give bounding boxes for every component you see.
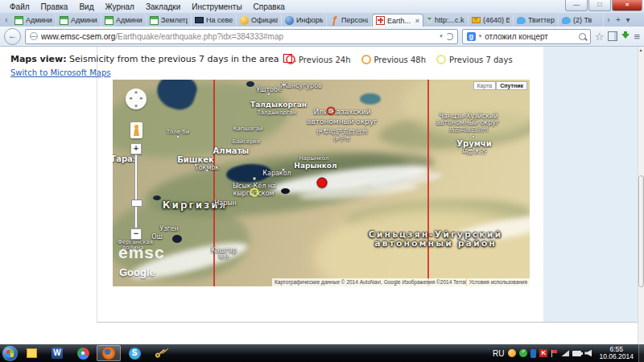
browser-tab[interactable]: Информ... [282, 14, 327, 27]
zoom-slider-track[interactable] [134, 154, 138, 228]
network-tray-icon[interactable] [561, 350, 569, 356]
bookmarks-panel-icon[interactable] [608, 31, 617, 41]
orange-f-favicon [330, 16, 339, 25]
flag-tray-icon[interactable] [551, 349, 558, 358]
list-all-tabs-icon[interactable]: ▾ [623, 14, 633, 27]
zoom-in-button[interactable]: + [130, 143, 142, 154]
firefox-taskbar-button[interactable] [97, 345, 121, 361]
switch-to-microsoft-maps-link[interactable]: Switch to Microsoft Maps [10, 68, 110, 77]
page-scrollbar[interactable]: ▲ [638, 47, 644, 344]
bookmark-star-icon[interactable]: ☆ [595, 29, 605, 44]
zoom-slider-handle[interactable] [131, 200, 142, 207]
menu-item[interactable]: Вид [74, 2, 98, 12]
zoom-out-button[interactable]: − [130, 228, 142, 240]
show-desktop-button[interactable] [638, 344, 644, 362]
google-search-icon[interactable]: g [467, 32, 476, 41]
language-indicator[interactable]: RU [493, 349, 504, 358]
pan-up-icon[interactable]: ▲ [134, 89, 138, 94]
url-text[interactable]: www.emsc-csem.org/Earthquake/earthquake.… [41, 32, 436, 41]
browser-tab[interactable]: Earth...× [372, 14, 423, 27]
url-dropdown-icon[interactable]: ▾ [440, 33, 443, 39]
page-side-panel [543, 47, 638, 322]
green-tray-icon[interactable] [519, 349, 527, 357]
browser-tab[interactable]: Твиттер [514, 14, 559, 27]
menu-item[interactable]: Журнал [100, 2, 139, 12]
browser-tab[interactable]: Официа... [237, 14, 282, 27]
menu-bar: ФайлПравкаВидЖурналЗакладкиИнструментыСп… [0, 0, 644, 13]
terms-of-use-link[interactable]: Условия использования [467, 278, 530, 286]
search-engine-dropdown-icon[interactable]: ▾ [479, 33, 482, 39]
street-view-pegman-icon[interactable] [130, 122, 142, 138]
scroll-tabs-right-icon[interactable]: › [604, 14, 613, 27]
menu-item[interactable]: Закладки [141, 2, 185, 12]
map-label: Нарын [214, 200, 237, 207]
search-icon[interactable] [579, 33, 586, 40]
legend-label: Previous 24h [299, 56, 351, 64]
card-favicon [195, 17, 204, 23]
browser-tab[interactable]: На север... [192, 14, 237, 27]
search-bar[interactable]: g ▾ отложил концерт [462, 29, 591, 44]
browser-tab[interactable]: Землетр... [147, 14, 192, 27]
skype-taskbar-button[interactable] [122, 345, 147, 361]
legend-item: Previous 24h [286, 55, 351, 64]
browser-tab[interactable]: Админис... [56, 14, 101, 27]
search-input[interactable]: отложил концерт [485, 32, 575, 41]
new-tab-button[interactable]: + [613, 14, 623, 27]
tab-label: На север... [206, 16, 233, 24]
chrome-taskbar-button[interactable] [71, 345, 95, 361]
event-24h-marker[interactable] [327, 107, 336, 116]
update-tray-icon[interactable] [508, 349, 516, 357]
key-taskbar-button[interactable] [148, 345, 172, 361]
scroll-up-icon[interactable]: ▲ [638, 47, 644, 53]
url-bar[interactable]: www.emsc-csem.org/Earthquake/earthquake.… [25, 29, 458, 44]
epicenter-marker[interactable] [317, 178, 328, 188]
volume-tray-icon[interactable] [584, 350, 592, 357]
pan-right-icon[interactable]: ► [139, 96, 144, 101]
tab-label: Информ... [296, 16, 323, 24]
sticky-notes-taskbar-button[interactable] [19, 345, 43, 361]
legend-ring-icon [436, 55, 446, 64]
city-dot [472, 135, 475, 138]
map-type-satellite-button[interactable]: Спутник [496, 81, 527, 90]
google-map[interactable]: УштобеЖансугуровТалдыкорганТалдыкорганКа… [113, 80, 530, 286]
battery-tray-icon[interactable] [572, 351, 581, 356]
menu-item[interactable]: Файл [5, 2, 35, 12]
tab-close-icon[interactable]: × [415, 17, 419, 25]
clock[interactable]: 6:5510.06.2014 [596, 346, 637, 360]
map-pan-control[interactable]: ▲ ▼ ◄ ► [126, 88, 147, 109]
menu-hamburger-icon[interactable]: ≡ [634, 29, 640, 44]
map-label: автономный округ [307, 117, 378, 125]
browser-tab[interactable]: Админис... [11, 14, 56, 27]
map-label: 伊宁市 [334, 135, 351, 143]
minimize-button[interactable]: — [565, 0, 588, 11]
pan-left-icon[interactable]: ◄ [128, 96, 133, 101]
map-type-map-button[interactable]: Карта [473, 81, 497, 90]
pan-down-icon[interactable]: ▼ [134, 104, 138, 109]
close-button[interactable]: × [612, 0, 642, 11]
tab-label: Официа... [251, 16, 278, 24]
kaspersky-tray-icon[interactable] [539, 349, 547, 357]
browser-tab[interactable]: http:...c.kz/ [423, 14, 469, 27]
event-7days-marker[interactable] [250, 188, 259, 197]
map-label: Нарынкол [294, 162, 336, 170]
back-button[interactable]: ← [4, 28, 21, 45]
scrollbar-thumb[interactable] [638, 175, 644, 287]
downloads-icon[interactable] [621, 34, 630, 39]
map-attribution: Картографические данные © 2014 AutoNavi,… [272, 278, 530, 286]
menu-item[interactable]: Справка [249, 2, 290, 12]
browser-tab[interactable]: (4640) Вх... [469, 14, 514, 27]
tab-label: Землетр... [161, 16, 188, 24]
menu-item[interactable]: Правка [36, 2, 73, 12]
browser-tab[interactable]: (2) Тв [559, 14, 604, 27]
maximize-button[interactable]: □ [588, 0, 611, 11]
start-button[interactable] [2, 346, 18, 361]
reload-icon[interactable] [446, 33, 453, 40]
word-taskbar-button[interactable] [45, 345, 69, 361]
browser-tab[interactable]: Персона... [327, 14, 372, 27]
browser-tab[interactable]: Админис... [101, 14, 147, 27]
scroll-tabs-left-icon[interactable]: ‹ [2, 14, 11, 27]
bluetooth-tray-icon[interactable] [530, 349, 536, 358]
map-label: автономный район [374, 238, 497, 249]
skype-icon [129, 348, 141, 360]
menu-item[interactable]: Инструменты [187, 2, 246, 12]
